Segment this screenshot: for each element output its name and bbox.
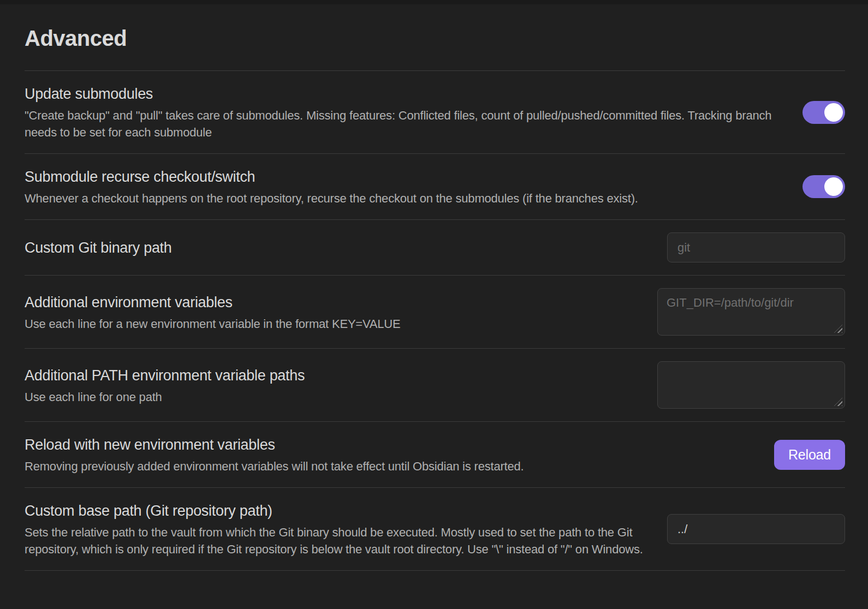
setting-name: Submodule recurse checkout/switch	[25, 166, 785, 187]
setting-control	[802, 101, 845, 124]
setting-info: Additional PATH environment variable pat…	[25, 365, 657, 405]
setting-description: Sets the relative path to the vault from…	[25, 524, 650, 558]
setting-name: Update submodules	[25, 83, 785, 104]
setting-row-update-submodules: Update submodules "Create backup" and "p…	[25, 70, 845, 153]
setting-control	[667, 232, 845, 262]
textarea-wrap	[657, 288, 845, 336]
toggle-knob-icon	[824, 177, 843, 196]
setting-name: Additional environment variables	[25, 292, 640, 313]
setting-row-custom-base-path: Custom base path (Git repository path) S…	[25, 487, 845, 570]
setting-info: Update submodules "Create backup" and "p…	[25, 83, 802, 141]
setting-row-reload-env: Reload with new environment variables Re…	[25, 421, 845, 487]
window-top-edge	[0, 0, 868, 4]
reload-button[interactable]: Reload	[774, 440, 845, 470]
setting-row-git-binary-path: Custom Git binary path	[25, 219, 845, 275]
setting-info: Custom Git binary path	[25, 237, 667, 258]
setting-name: Reload with new environment variables	[25, 434, 757, 455]
git-binary-path-input[interactable]	[667, 232, 845, 262]
setting-description: Use each line for a new environment vari…	[25, 315, 640, 332]
page-title: Advanced	[25, 26, 845, 51]
setting-name: Custom base path (Git repository path)	[25, 500, 650, 521]
setting-control	[657, 288, 845, 336]
setting-row-path-variables: Additional PATH environment variable pat…	[25, 348, 845, 421]
section-divider	[25, 570, 845, 579]
setting-description: Removing previously added environment va…	[25, 458, 757, 475]
setting-description: Use each line for one path	[25, 389, 640, 405]
setting-control	[657, 361, 845, 409]
settings-pane: Advanced Update submodules "Create backu…	[0, 4, 868, 579]
setting-description: "Create backup" and "pull" takes care of…	[25, 107, 785, 141]
setting-info: Additional environment variables Use eac…	[25, 292, 657, 332]
setting-name: Custom Git binary path	[25, 237, 650, 258]
setting-row-env-variables: Additional environment variables Use eac…	[25, 275, 845, 348]
setting-description: Whenever a checkout happens on the root …	[25, 190, 785, 207]
path-variables-textarea[interactable]	[657, 361, 845, 409]
submodule-recurse-toggle[interactable]	[802, 175, 845, 198]
update-submodules-toggle[interactable]	[802, 101, 845, 124]
custom-base-path-input[interactable]	[667, 514, 845, 544]
setting-name: Additional PATH environment variable pat…	[25, 365, 640, 386]
toggle-knob-icon	[824, 103, 843, 122]
setting-row-submodule-recurse: Submodule recurse checkout/switch Whenev…	[25, 153, 845, 219]
setting-info: Submodule recurse checkout/switch Whenev…	[25, 166, 802, 207]
setting-info: Reload with new environment variables Re…	[25, 434, 774, 475]
setting-info: Custom base path (Git repository path) S…	[25, 500, 667, 558]
setting-control: Reload	[774, 440, 845, 470]
setting-control	[802, 175, 845, 198]
env-variables-textarea[interactable]	[657, 288, 845, 336]
textarea-wrap	[657, 361, 845, 409]
setting-control	[667, 514, 845, 544]
